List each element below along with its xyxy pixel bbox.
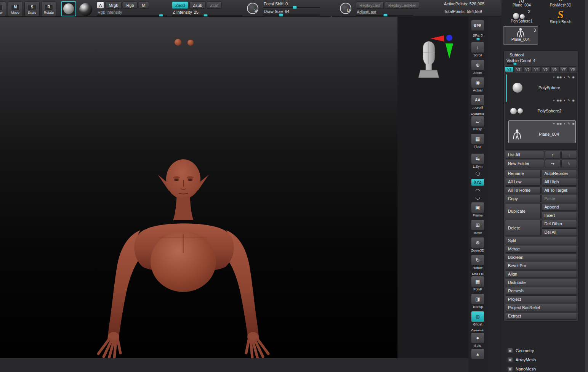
slider-knob[interactable]	[476, 38, 480, 40]
bevel-pro-button[interactable]: Bevel Pro	[505, 262, 577, 269]
local-symmetry-button[interactable]: ◌	[475, 171, 480, 176]
half-visibility-icon[interactable]: ◐	[564, 75, 566, 79]
brush-icon[interactable]: ✎	[567, 75, 570, 79]
tool-draw-button[interactable]: ✎ Draw	[0, 2, 6, 17]
m-button[interactable]: M	[139, 2, 149, 9]
del-other-button[interactable]: Del Other	[542, 220, 577, 228]
slider-knob[interactable]	[383, 14, 388, 17]
list-scrollbar[interactable]	[506, 74, 507, 102]
lsym-button[interactable]: ↹ L.Sym	[471, 153, 484, 168]
collapse-arrow-icon[interactable]: ▾	[553, 75, 554, 79]
z-intensity-slider[interactable]: Z Intensity 25	[172, 10, 242, 16]
section-geometry[interactable]: ▦ Geometry	[503, 346, 578, 355]
replay-last-rel-button[interactable]: ReplayLastRel	[385, 2, 419, 9]
curve-edit-top-button[interactable]: ◠	[475, 188, 480, 194]
paste-button[interactable]: Paste	[542, 195, 577, 202]
rgb-intensity-slider[interactable]: Rgb Intensity	[97, 10, 167, 16]
spix-slider[interactable]: SPix 3	[473, 33, 482, 40]
shelf-item-simplebrush[interactable]: S SimpleBrush	[542, 9, 579, 24]
visibility-eye-icon[interactable]: ◉	[572, 99, 575, 102]
scroll-button[interactable]: ↕ Scroll	[471, 42, 484, 57]
tool-move-button[interactable]: M Move	[8, 2, 23, 17]
duplicate-button[interactable]: Duplicate	[505, 203, 541, 219]
move-subtool-up-button[interactable]: ↑	[545, 151, 561, 159]
move-subtool-down-button[interactable]: ↓	[561, 151, 577, 159]
alpha-brush-button[interactable]	[79, 3, 92, 16]
del-all-button[interactable]: Del All	[542, 228, 577, 236]
draw-size-slider[interactable]: Draw Size 64 Dynamic	[263, 9, 320, 16]
split-button[interactable]: Split	[505, 237, 577, 244]
all-to-target-button[interactable]: All To Target	[542, 186, 577, 194]
shelf-item-plane004[interactable]: Plane_004	[503, 0, 540, 7]
panel-title[interactable]: Subtool	[505, 52, 577, 58]
visibility-eye-icon[interactable]: ◉	[572, 122, 575, 125]
project-button[interactable]: Project	[505, 295, 577, 303]
stroke-type-button[interactable]: S	[247, 3, 258, 14]
align-button[interactable]: Align	[505, 270, 577, 278]
dock-rotate-button[interactable]: ↻ Rotate	[471, 255, 484, 270]
slider-knob[interactable]	[203, 14, 208, 17]
autoreorder-button[interactable]: AutoReorder	[542, 170, 577, 177]
section-arraymesh[interactable]: ▦ ArrayMesh	[503, 355, 578, 364]
curve-edit-bottom-button[interactable]: ◡	[475, 194, 480, 200]
transp-button[interactable]: ◨ Transp	[471, 293, 484, 309]
zsub-button[interactable]: Zsub	[189, 2, 205, 9]
brush-icon[interactable]: ✎	[567, 99, 570, 102]
sculpt-model[interactable]	[91, 158, 289, 358]
persp-button[interactable]: Dynamic ▱ Persp	[471, 112, 484, 131]
focal-shift-slider[interactable]: Focal Shift 0	[263, 2, 320, 8]
right-scrollbar[interactable]	[585, 0, 588, 372]
append-button[interactable]: Append	[542, 203, 577, 211]
tab-v8[interactable]: V8	[568, 66, 577, 72]
partial-bottom-button[interactable]: ▴	[471, 348, 484, 359]
tab-v3[interactable]: V3	[523, 66, 532, 72]
zoom-button[interactable]: ⊕ Zoom	[471, 59, 484, 75]
shelf-item-polysphere1[interactable]: 2 PolySphere1	[503, 9, 540, 24]
slider-knob[interactable]	[279, 13, 283, 17]
zcut-button[interactable]: Zcut	[207, 2, 222, 9]
tool-rotate-button[interactable]: R Rotate	[41, 2, 56, 17]
boolean-button[interactable]: Boolean	[505, 253, 577, 261]
bpr-button[interactable]: BPR	[471, 20, 484, 31]
remesh-button[interactable]: Remesh	[505, 287, 577, 295]
actual-button[interactable]: ◉ Actual	[471, 77, 484, 92]
merge-button[interactable]: Merge	[505, 245, 577, 253]
all-to-home-button[interactable]: All To Home	[505, 186, 541, 194]
zoom3d-button[interactable]: ⊛ Zoom3D	[471, 237, 484, 252]
insert-button[interactable]: Insert	[542, 212, 577, 219]
tab-v4[interactable]: V4	[532, 66, 541, 72]
camera-gizmo[interactable]	[413, 34, 457, 85]
adjust-last-slider[interactable]: AdjustLast AdjustLast	[356, 10, 438, 16]
polypaint-eyes-icon[interactable]: ◉◉	[557, 122, 562, 125]
move-from-folder-button[interactable]: ↳	[561, 160, 577, 167]
subtool-item-polysphere2[interactable]: ▾ ◉◉ ◐ ✎ ◉ PolySphere2	[508, 97, 576, 120]
collapse-arrow-icon[interactable]: ▾	[553, 122, 554, 125]
aahalf-button[interactable]: AA AAHalf	[471, 95, 484, 110]
solo-button[interactable]: Dynamic ● Solo	[471, 329, 484, 348]
visible-count-slider[interactable]: Visible Count 4	[505, 58, 577, 65]
brush-icon[interactable]: ✎	[567, 122, 570, 125]
delete-button[interactable]: Delete	[505, 220, 541, 236]
active-brush-button[interactable]	[61, 1, 76, 16]
tab-v1[interactable]: V1	[505, 66, 514, 72]
zadd-button[interactable]: Zadd	[172, 2, 188, 9]
viewport-canvas[interactable]	[0, 17, 397, 358]
list-all-button[interactable]: List All	[505, 151, 544, 159]
visibility-eye-icon[interactable]: ◉	[572, 75, 575, 79]
subtool-item-plane004[interactable]: ▾ ◉◉ ◐ ✎ ◉ Plane_004	[508, 120, 576, 143]
shelf-item-polymesh3d[interactable]: ★ PolyMesh3D	[542, 0, 579, 7]
slider-knob[interactable]	[513, 63, 517, 65]
stroke-dots-button[interactable]: D	[340, 3, 351, 14]
rgb-button[interactable]: Rgb	[123, 2, 137, 9]
dock-move-button[interactable]: ⊞ Move	[471, 220, 484, 235]
project-basrelief-button[interactable]: Project BasRelief	[505, 304, 577, 311]
subtool-item-polysphere[interactable]: ▾ ◉◉ ◐ ✎ ◉ PolySphere	[508, 74, 576, 97]
tool-scale-button[interactable]: S Scale	[24, 2, 40, 17]
half-visibility-icon[interactable]: ◐	[564, 99, 566, 102]
all-low-button[interactable]: All Low	[505, 178, 541, 186]
xyz-button[interactable]: XYZ	[471, 178, 484, 186]
extract-button[interactable]: Extract	[505, 312, 577, 320]
tab-v7[interactable]: V7	[559, 66, 568, 72]
new-folder-button[interactable]: New Folder	[505, 160, 544, 167]
all-high-button[interactable]: All High	[542, 178, 577, 186]
